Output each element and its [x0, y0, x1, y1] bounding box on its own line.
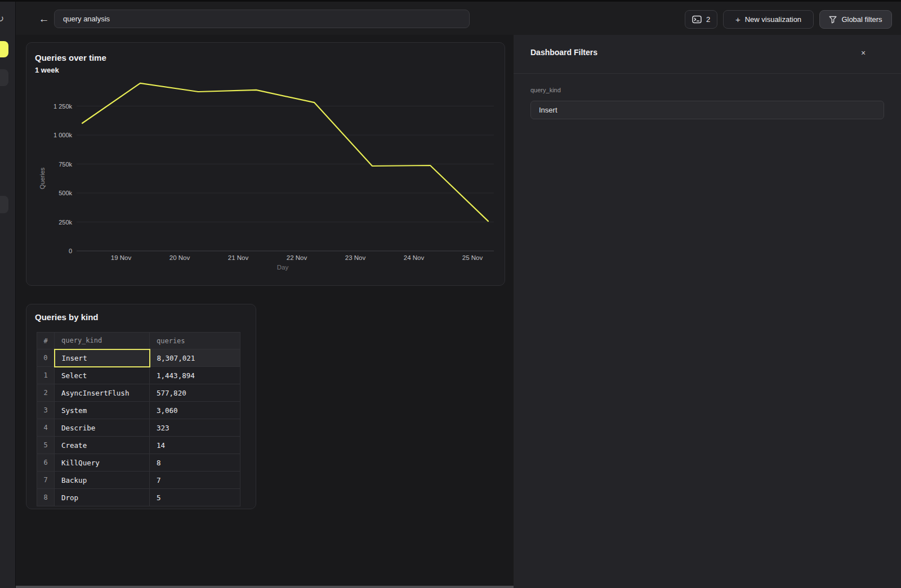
x-axis-title: Day [277, 264, 289, 271]
filter-field-label: query_kind [530, 87, 561, 93]
chart-card-queries-over-time: 0250k500k750k1 000k1 250k19 Nov20 Nov21 … [26, 42, 505, 286]
table-row: 5Create14 [37, 437, 240, 454]
horizontal-scrollbar[interactable] [16, 586, 514, 588]
queries-cell[interactable]: 8,307,021 [150, 349, 240, 367]
y-tick-label: 750k [59, 161, 72, 168]
panel-divider [514, 73, 901, 74]
query-kind-filter-input[interactable] [530, 101, 884, 119]
row-index-cell[interactable]: 0 [37, 349, 55, 367]
query-kind-cell[interactable]: Create [55, 437, 150, 454]
queries-cell[interactable]: 3,060 [150, 402, 240, 419]
query-kind-cell[interactable]: Drop [55, 489, 150, 506]
new-visualization-button[interactable]: + New visualization [723, 10, 814, 29]
sidebar-item[interactable] [0, 196, 8, 213]
table-row: 8Drop5 [37, 489, 240, 506]
x-tick-label: 22 Nov [287, 254, 307, 261]
y-tick-label: 1 000k [53, 132, 73, 138]
global-filters-label: Global filters [841, 15, 882, 24]
query-kind-cell[interactable]: Select [55, 367, 150, 384]
funnel-icon [829, 16, 837, 24]
y-tick-label: 0 [69, 248, 72, 254]
x-tick-label: 20 Nov [170, 254, 190, 261]
new-visualization-label: New visualization [745, 15, 801, 24]
row-index-cell[interactable]: 8 [37, 489, 55, 506]
row-index-cell[interactable]: 3 [37, 402, 55, 419]
column-header-query-kind[interactable]: query_kind [55, 333, 150, 349]
console-count-button[interactable]: 2 [685, 10, 717, 29]
queries-cell[interactable]: 323 [150, 419, 240, 437]
chart-subtitle: 1 week [35, 66, 59, 74]
row-index-cell[interactable]: 1 [37, 367, 55, 384]
console-window-icon [692, 15, 702, 24]
x-tick-label: 21 Nov [228, 254, 249, 261]
close-icon[interactable]: × [857, 47, 869, 59]
column-header-queries[interactable]: queries [150, 333, 240, 349]
row-index-cell[interactable]: 2 [37, 384, 55, 402]
query-kind-cell[interactable]: KillQuery [55, 454, 150, 472]
back-button[interactable]: ← [37, 11, 51, 27]
dashboard-filters-panel: Dashboard Filters × query_kind [514, 35, 901, 588]
x-tick-label: 23 Nov [345, 254, 366, 261]
row-index-cell[interactable]: 5 [37, 437, 55, 454]
left-sidebar: ↻ [0, 2, 16, 588]
query-kind-cell[interactable]: AsyncInsertFlush [55, 384, 150, 402]
query-kind-cell[interactable]: System [55, 402, 150, 419]
filters-panel-title: Dashboard Filters [530, 48, 597, 57]
table-title: Queries by kind [35, 312, 99, 322]
row-index-cell[interactable]: 4 [37, 419, 55, 437]
table-row: 1Select1,443,894 [37, 367, 240, 384]
table-row: 6KillQuery8 [37, 454, 240, 472]
query-kind-cell[interactable]: Describe [55, 419, 150, 437]
console-count: 2 [706, 15, 710, 24]
queries-over-time-line-chart[interactable]: 0250k500k750k1 000k1 250k19 Nov20 Nov21 … [26, 43, 506, 286]
x-tick-label: 19 Nov [111, 254, 132, 261]
query-kind-cell[interactable]: Backup [55, 472, 150, 489]
table-row: 2AsyncInsertFlush577,820 [37, 384, 240, 402]
sidebar-item[interactable] [0, 69, 8, 86]
column-header-index[interactable]: # [37, 333, 55, 349]
y-tick-label: 1 250k [53, 103, 73, 110]
query-kind-cell[interactable]: Insert [55, 349, 150, 367]
queries-cell[interactable]: 5 [150, 489, 240, 506]
dashboard-title-input[interactable] [54, 10, 470, 28]
table-header-row: # query_kind queries [37, 333, 240, 349]
table-row: 4Describe323 [37, 419, 240, 437]
x-tick-label: 25 Nov [462, 254, 483, 261]
queries-series-line [82, 83, 488, 221]
queries-by-kind-table: # query_kind queries 0Insert8,307,0211Se… [37, 332, 240, 506]
row-index-cell[interactable]: 6 [37, 454, 55, 472]
queries-cell[interactable]: 14 [150, 437, 240, 454]
queries-cell[interactable]: 577,820 [150, 384, 240, 402]
row-index-cell[interactable]: 7 [37, 472, 55, 489]
table-row: 3System3,060 [37, 402, 240, 419]
top-toolbar: ← 2 + New visualization Global filters [16, 2, 901, 35]
table-row: 7Backup7 [37, 472, 240, 489]
queries-cell[interactable]: 1,443,894 [150, 367, 240, 384]
x-tick-label: 24 Nov [404, 254, 425, 261]
y-tick-label: 250k [59, 219, 72, 226]
plus-icon: + [735, 15, 741, 24]
queries-cell[interactable]: 8 [150, 454, 240, 472]
table-row: 0Insert8,307,021 [37, 349, 240, 367]
app-window: ↻ ← 2 + New visualization Global filters [0, 0, 901, 588]
global-filters-button[interactable]: Global filters [819, 10, 892, 29]
chart-title: Queries over time [35, 53, 106, 62]
sidebar-item-active-dashboard[interactable] [0, 41, 8, 57]
table-card-queries-by-kind: Queries by kind # query_kind queries 0In… [26, 304, 256, 509]
refresh-icon[interactable]: ↻ [0, 13, 4, 25]
y-axis-title: Queries [39, 167, 46, 189]
y-tick-label: 500k [59, 190, 72, 196]
queries-cell[interactable]: 7 [150, 472, 240, 489]
